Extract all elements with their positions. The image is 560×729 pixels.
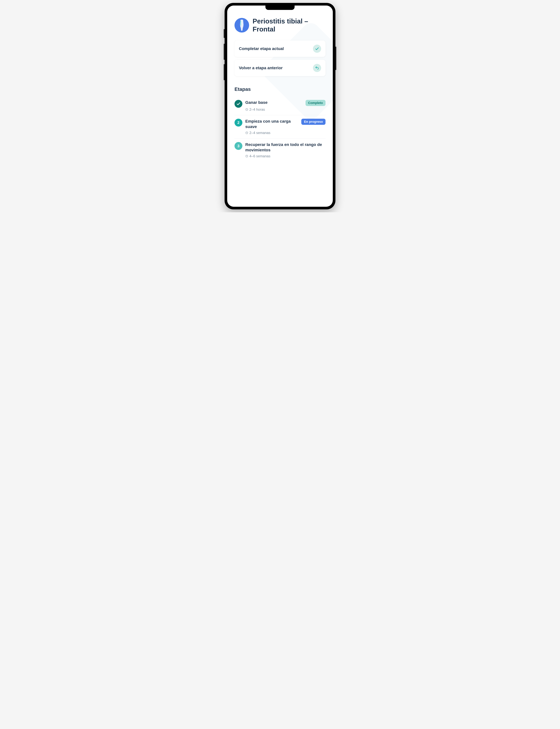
phone-screen: Periostitis tibial – Frontal Completar e… [227, 6, 333, 207]
stage-title: Empieza con una carga suave [245, 119, 299, 129]
stage-duration: 2–4 semanas [245, 131, 325, 135]
stage-duration-text: 2–4 horas [249, 108, 265, 112]
stage-badge-number: 2 [235, 119, 242, 127]
header: Periostitis tibial – Frontal [235, 17, 325, 33]
phone-power-button [335, 47, 336, 70]
stage-duration: 4–6 semanas [245, 154, 325, 158]
phone-notch [265, 6, 295, 10]
clock-icon [245, 155, 248, 158]
check-icon [313, 45, 321, 53]
stage-row[interactable]: 2 Empieza con una carga suave En progres… [235, 115, 325, 139]
undo-icon [313, 64, 321, 72]
back-stage-label: Volver a etapa anterior [239, 66, 283, 70]
clock-icon [245, 131, 248, 134]
phone-mute-switch [224, 29, 225, 38]
clock-icon [245, 108, 248, 111]
back-stage-button[interactable]: Volver a etapa anterior [235, 60, 325, 76]
stage-duration-text: 4–6 semanas [249, 154, 270, 158]
stage-title: Ganar base [245, 100, 268, 105]
stage-duration-text: 2–4 semanas [249, 131, 270, 135]
page-title: Periostitis tibial – Frontal [253, 17, 325, 33]
stage-row[interactable]: 3 Recuperar la fuerza en todo el rango d… [235, 139, 325, 162]
stage-badge-number: 3 [235, 142, 242, 150]
status-badge-complete: Completo [306, 100, 325, 106]
stage-title: Recuperar la fuerza en todo el rango de … [245, 142, 325, 153]
complete-stage-label: Completar etapa actual [239, 46, 284, 51]
status-badge-progress: En progreso [301, 119, 325, 125]
complete-stage-button[interactable]: Completar etapa actual [235, 41, 325, 57]
phone-volume-up [224, 44, 225, 60]
phone-frame: Periostitis tibial – Frontal Completar e… [225, 3, 335, 209]
stages-heading: Etapas [235, 86, 325, 92]
stage-badge-done [235, 100, 242, 108]
leg-icon [235, 18, 249, 33]
stage-row[interactable]: Ganar base Completo 2–4 horas [235, 96, 325, 115]
stage-duration: 2–4 horas [245, 108, 325, 112]
phone-volume-down [224, 64, 225, 80]
